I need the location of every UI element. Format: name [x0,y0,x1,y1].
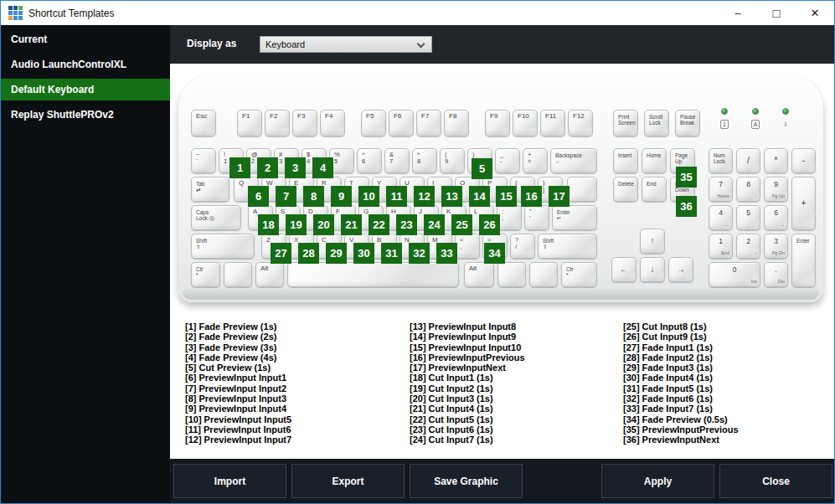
sidebar-item-default-keyboard[interactable]: Default Keyboard [1,79,170,100]
shortcut-item: [7] PreviewInput Input2 [185,383,291,393]
key-space[interactable] [287,262,459,287]
led-dot-icon [752,108,759,115]
key-numpad-4[interactable]: 4← [709,205,733,230]
key-f1[interactable]: F1 [237,110,262,136]
import-button[interactable]: Import [173,464,286,498]
display-as-label: Display as [187,38,236,49]
key-ctrl-left[interactable]: Ctr* [191,262,220,287]
key-alt-right[interactable]: Alt [464,262,494,287]
sidebar-item-current[interactable]: Current [1,28,170,50]
app-icon-square [13,6,18,10]
key-numpad-enter[interactable]: Enter [791,234,816,287]
key-quote[interactable]: "' [524,205,549,230]
key-f9[interactable]: F9 [485,110,510,136]
key-slash[interactable]: ?/ [510,234,535,259]
key-arrow-left[interactable]: ← [611,257,637,282]
key-f12[interactable]: F12 [568,110,593,136]
key-numpad-7[interactable]: 7Home [709,177,733,202]
key-numpad-plus[interactable]: + [791,177,816,230]
maximize-button[interactable]: □ [757,1,796,25]
key-menu[interactable] [529,262,558,287]
key-f4[interactable]: F4 [320,110,345,136]
key-f6[interactable]: F6 [389,110,414,136]
display-as-select[interactable]: Keyboard [260,36,432,53]
key-badge-21: 21 [341,214,362,235]
key-f11[interactable]: F11 [540,110,565,136]
sidebar-item-replay-shuttleprov2[interactable]: Replay ShuttlePROv2 [1,104,170,126]
key-delete[interactable]: Delete [613,177,638,202]
key-badge-26: 26 [479,214,500,235]
key-tab[interactable]: Tab⇄ [191,177,229,202]
key-7[interactable]: &7 [384,148,410,173]
key-minus[interactable]: _- [495,148,520,173]
key-backtick[interactable]: ~` [191,148,216,173]
key-arrow-right[interactable]: → [668,257,693,282]
key-badge-36: 36 [676,196,697,217]
close-button[interactable]: Close [719,464,832,498]
shortcut-item: [29] Fade Input3 (1s) [623,363,739,373]
key-enter[interactable]: Enter↵ [552,205,597,230]
key-badge-6: 6 [248,186,269,207]
key-comma[interactable]: <, [455,234,480,259]
key-numpad-minus[interactable]: - [791,148,816,173]
key-numpad-3[interactable]: 3Pg Dn [764,234,788,259]
minimize-button[interactable]: – [719,1,757,25]
key-home[interactable]: Home [642,148,667,173]
export-button[interactable]: Export [291,464,405,498]
key-9[interactable]: (9 [440,148,465,173]
key-f10[interactable]: F10 [513,110,538,136]
key-numpad-dot[interactable]: .Del [764,262,788,287]
key-badge-17: 17 [549,186,570,207]
key-enter-top[interactable] [567,177,597,202]
key-alt-left[interactable]: Alt [255,262,284,287]
shortcut-item: [15] PreviewInput Input10 [410,342,525,352]
key-numpad-9[interactable]: 9Pg Up [764,177,788,202]
key-shift-left[interactable]: Shift⇧ [191,234,255,259]
shortcut-item: [12] PreviewInput Input7 [185,435,291,445]
chevron-down-icon [417,40,425,49]
display-as-bar: Display as Keyboard [170,25,834,64]
close-button[interactable]: ✕ [796,1,834,25]
shortcut-item: [13] PreviewInput Input8 [410,321,525,332]
key-shift-right[interactable]: Shift⇧ [538,234,597,259]
key-8[interactable]: *8 [412,148,437,173]
key-numpad-multiply[interactable]: * [764,148,788,173]
key-scroll-lock[interactable]: ScrollLock [644,110,669,136]
key-num-lock[interactable]: NumLock [709,148,733,173]
shortcut-item: [5] Cut Preview (1s) [185,363,291,373]
key-equals[interactable]: += [523,148,548,173]
key-arrow-down[interactable]: ↓ [640,257,665,282]
shortcut-item: [28] Fade Input2 (1s) [623,352,739,363]
shortcut-item: [20] Cut Input3 (1s) [410,393,525,404]
key-numpad-2[interactable]: 2↓ [736,234,760,259]
key-print-screen[interactable]: PrintScreen [613,110,638,136]
key-f3[interactable]: F3 [292,110,317,136]
key-numpad-6[interactable]: 6→ [764,205,788,230]
key-f8[interactable]: F8 [444,110,469,136]
key-backspace[interactable]: Backspace← [550,148,597,173]
key-win-left[interactable] [224,262,252,287]
key-numpad-5[interactable]: 5 [736,205,760,230]
key-end[interactable]: End [642,177,667,202]
save-graphic-button[interactable]: Save Graphic [410,464,523,498]
key-esc[interactable]: Esc [191,110,216,136]
key-win-right[interactable] [497,262,526,287]
key-caps-lock[interactable]: CapsLock Ⓐ [191,205,241,230]
key-numpad-divide[interactable]: / [736,148,760,173]
key-numpad-8[interactable]: 8↑ [736,177,760,202]
key-f7[interactable]: F7 [416,110,441,136]
key-f2[interactable]: F2 [265,110,290,136]
key-ctrl-right[interactable]: Ctr* [561,262,597,287]
key-semicolon[interactable]: :; [497,205,522,230]
key-arrow-up[interactable]: ↑ [640,229,665,254]
app-icon-square [8,6,13,10]
key-insert[interactable]: Insert [613,148,638,173]
key-numpad-0[interactable]: 0Ins [709,262,760,287]
key-numpad-1[interactable]: 1End [709,234,733,259]
key-6[interactable]: ^6 [357,148,382,173]
key-pause-break[interactable]: PauseBreak [675,110,700,136]
app-icon-square [18,6,23,10]
sidebar-item-audio-launchcontrolxl[interactable]: Audio LaunchControlXL [1,54,170,75]
key-f5[interactable]: F5 [361,110,386,136]
apply-button[interactable]: Apply [601,464,714,498]
